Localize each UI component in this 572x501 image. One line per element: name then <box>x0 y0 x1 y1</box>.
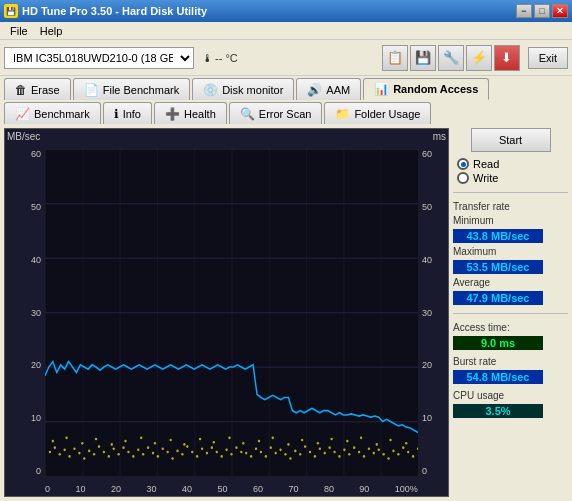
tabs-row2: 📈 Benchmark ℹ Info ➕ Health 🔍 Error Scan… <box>0 100 572 124</box>
svg-point-40 <box>211 446 213 449</box>
app-title: HD Tune Pro 3.50 - Hard Disk Utility <box>22 5 207 17</box>
svg-point-52 <box>270 446 272 449</box>
svg-point-70 <box>358 451 360 454</box>
cpu-usage-label: CPU usage <box>453 390 568 401</box>
svg-point-79 <box>402 446 404 449</box>
svg-point-89 <box>140 437 142 440</box>
svg-point-42 <box>221 455 223 458</box>
svg-point-86 <box>95 438 97 441</box>
svg-point-18 <box>103 451 105 454</box>
svg-point-87 <box>111 443 113 446</box>
tab-health[interactable]: ➕ Health <box>154 102 227 124</box>
svg-point-48 <box>250 455 252 458</box>
average-label: Average <box>453 277 568 288</box>
svg-point-43 <box>225 449 227 452</box>
svg-point-80 <box>407 451 409 454</box>
toolbar-btn-2[interactable]: 💾 <box>410 45 436 71</box>
svg-point-105 <box>376 443 378 446</box>
svg-point-97 <box>258 440 260 443</box>
svg-point-94 <box>213 441 215 444</box>
svg-point-67 <box>343 449 345 452</box>
main-content: MB/sec ms 0 10 20 30 40 50 60 0 10 20 30… <box>0 124 572 501</box>
svg-point-30 <box>162 447 164 450</box>
tab-file-benchmark[interactable]: 📄 File Benchmark <box>73 78 190 100</box>
svg-point-98 <box>272 437 274 440</box>
svg-point-37 <box>196 455 198 458</box>
svg-point-59 <box>304 445 306 448</box>
svg-point-93 <box>199 438 201 441</box>
svg-point-7 <box>49 451 51 454</box>
burst-rate-group: Burst rate 54.8 MB/sec <box>453 356 568 384</box>
svg-point-12 <box>73 447 75 450</box>
access-time-group: Access time: 9.0 ms <box>453 322 568 350</box>
folder-usage-icon: 📁 <box>335 107 350 121</box>
exit-button[interactable]: Exit <box>528 47 568 69</box>
svg-point-27 <box>147 446 149 449</box>
y-axis-right: 0 10 20 30 40 50 60 <box>420 149 448 476</box>
tab-aam[interactable]: 🔊 AAM <box>296 78 361 100</box>
maximum-value: 53.5 MB/sec <box>453 260 543 274</box>
svg-point-53 <box>274 452 276 455</box>
tab-folder-usage[interactable]: 📁 Folder Usage <box>324 102 431 124</box>
tab-erase[interactable]: 🗑 Erase <box>4 78 71 100</box>
chart-svg <box>45 149 418 476</box>
random-access-icon: 📊 <box>374 82 389 96</box>
chart-plot-area <box>45 149 418 476</box>
toolbar-btn-4[interactable]: ⚡ <box>466 45 492 71</box>
app-icon: 💾 <box>4 4 18 18</box>
tab-disk-monitor[interactable]: 💿 Disk monitor <box>192 78 294 100</box>
tab-info[interactable]: ℹ Info <box>103 102 152 124</box>
svg-point-55 <box>284 453 286 456</box>
svg-point-62 <box>319 447 321 450</box>
read-radio[interactable] <box>457 158 469 170</box>
toolbar-btn-1[interactable]: 📋 <box>382 45 408 71</box>
toolbar-btn-3[interactable]: 🔧 <box>438 45 464 71</box>
svg-point-50 <box>260 451 262 454</box>
drive-select[interactable]: IBM IC35L018UWD210-0 (18 GB) <box>4 47 194 69</box>
svg-point-20 <box>113 447 115 450</box>
file-benchmark-icon: 📄 <box>84 83 99 97</box>
svg-point-95 <box>228 437 230 440</box>
svg-point-29 <box>157 455 159 458</box>
menubar: File Help <box>0 22 572 40</box>
read-label: Read <box>473 158 499 170</box>
write-radio-item[interactable]: Write <box>457 172 568 184</box>
svg-point-66 <box>338 455 340 458</box>
menu-file[interactable]: File <box>4 24 34 38</box>
tabs-row1: 🗑 Erase 📄 File Benchmark 💿 Disk monitor … <box>0 76 572 100</box>
svg-point-91 <box>169 439 171 442</box>
svg-point-75 <box>382 453 384 456</box>
svg-point-46 <box>240 451 242 454</box>
toolbar-btn-5[interactable]: ⬇ <box>494 45 520 71</box>
svg-point-44 <box>230 453 232 456</box>
tab-random-access[interactable]: 📊 Random Access <box>363 78 489 100</box>
burst-rate-label: Burst rate <box>453 356 568 367</box>
svg-point-68 <box>348 453 350 456</box>
benchmark-chart: MB/sec ms 0 10 20 30 40 50 60 0 10 20 30… <box>4 128 449 497</box>
tab-benchmark[interactable]: 📈 Benchmark <box>4 102 101 124</box>
info-icon: ℹ <box>114 107 119 121</box>
start-button[interactable]: Start <box>471 128 551 152</box>
aam-icon: 🔊 <box>307 83 322 97</box>
close-button[interactable]: ✕ <box>552 4 568 18</box>
read-radio-item[interactable]: Read <box>457 158 568 170</box>
svg-point-45 <box>235 446 237 449</box>
svg-point-11 <box>68 455 70 458</box>
benchmark-icon: 📈 <box>15 107 30 121</box>
svg-point-38 <box>201 447 203 450</box>
menu-help[interactable]: Help <box>34 24 69 38</box>
maximize-button[interactable]: □ <box>534 4 550 18</box>
minimize-button[interactable]: − <box>516 4 532 18</box>
svg-point-54 <box>279 449 281 452</box>
y-axis-left: 0 10 20 30 40 50 60 <box>5 149 43 476</box>
health-icon: ➕ <box>165 107 180 121</box>
tab-error-scan[interactable]: 🔍 Error Scan <box>229 102 323 124</box>
average-value: 47.9 MB/sec <box>453 291 543 305</box>
svg-point-16 <box>93 453 95 456</box>
svg-point-92 <box>183 443 185 446</box>
svg-point-74 <box>378 449 380 452</box>
ms-label: ms <box>433 131 446 142</box>
write-radio[interactable] <box>457 172 469 184</box>
svg-point-81 <box>412 455 414 458</box>
svg-point-49 <box>255 447 257 450</box>
